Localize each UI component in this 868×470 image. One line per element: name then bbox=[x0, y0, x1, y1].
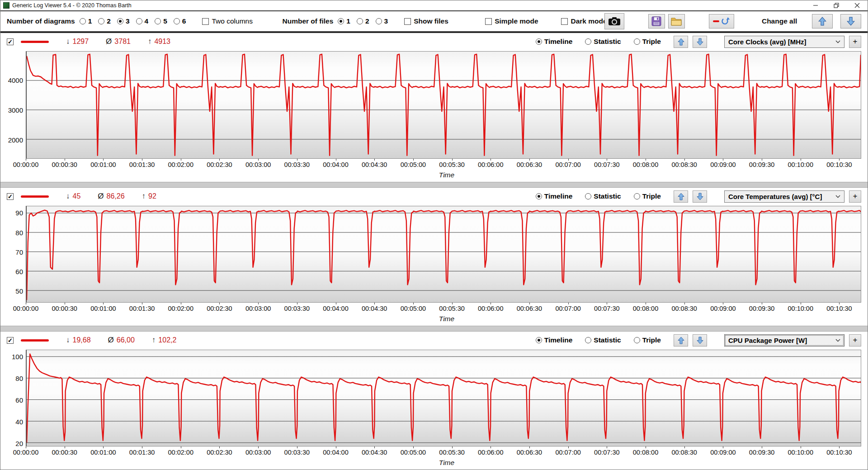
radio-view-statistic[interactable]: Statistic bbox=[585, 336, 621, 344]
radio-label: Triple bbox=[642, 38, 661, 46]
x-tick-mark bbox=[452, 446, 453, 448]
panel-splitter[interactable] bbox=[0, 326, 868, 332]
radio-files-2[interactable]: 2 bbox=[357, 17, 369, 25]
radio-label: Statistic bbox=[594, 336, 621, 344]
radio-label: 1 bbox=[88, 17, 92, 25]
radio-files-3[interactable]: 3 bbox=[376, 17, 388, 25]
series-visible-checkbox[interactable]: ✓ bbox=[7, 337, 14, 344]
series-visible-checkbox[interactable]: ✓ bbox=[7, 193, 14, 200]
x-tick-label: 00:10:00 bbox=[788, 305, 813, 312]
radio-icon bbox=[376, 18, 382, 24]
checkbox-icon bbox=[485, 18, 492, 25]
x-tick-label: 00:08:00 bbox=[633, 449, 658, 456]
x-tick-mark bbox=[65, 303, 65, 304]
open-folder-button[interactable] bbox=[668, 14, 684, 28]
chart-plot[interactable] bbox=[26, 206, 861, 303]
x-tick-label: 00:04:00 bbox=[323, 305, 348, 312]
x-tick-label: 00:01:30 bbox=[129, 305, 155, 312]
x-tick-label: 00:00:30 bbox=[52, 449, 77, 456]
radio-view-timeline[interactable]: Timeline bbox=[536, 38, 573, 46]
move-down-button[interactable] bbox=[693, 334, 707, 347]
move-up-button[interactable] bbox=[674, 334, 688, 347]
chart-plot[interactable] bbox=[26, 51, 861, 159]
radio-diagrams-5[interactable]: 5 bbox=[155, 17, 167, 25]
x-tick-mark bbox=[413, 159, 414, 161]
metric-select[interactable]: Core Clocks (avg) [MHz] bbox=[724, 36, 844, 48]
metric-select[interactable]: Core Temperatures (avg) [°C] bbox=[724, 190, 844, 203]
view-mode-radios: TimelineStatisticTriple bbox=[536, 38, 674, 46]
panel-splitter[interactable] bbox=[0, 182, 868, 188]
minimize-button[interactable] bbox=[805, 0, 826, 10]
radio-diagrams-4[interactable]: 4 bbox=[136, 17, 149, 25]
y-tick-label: 50 bbox=[15, 287, 23, 295]
radio-view-statistic[interactable]: Statistic bbox=[585, 192, 621, 200]
chevron-down-icon bbox=[835, 195, 840, 198]
series-color-icon bbox=[713, 20, 719, 22]
x-tick-label: 00:02:00 bbox=[168, 161, 193, 168]
toolbar: Number of diagrams 123456 Two columns Nu… bbox=[0, 11, 868, 33]
radio-diagrams-3[interactable]: 3 bbox=[117, 17, 130, 25]
radio-files-1[interactable]: 1 bbox=[338, 17, 350, 25]
time-axis-label: Time bbox=[26, 170, 868, 182]
x-tick-label: 00:06:30 bbox=[517, 161, 542, 168]
change-all-up-button[interactable] bbox=[812, 14, 833, 28]
radio-icon bbox=[536, 193, 542, 199]
move-down-button[interactable] bbox=[693, 190, 707, 203]
reset-color-button[interactable] bbox=[709, 14, 734, 28]
chart-plot[interactable] bbox=[26, 350, 861, 446]
show-files-checkbox[interactable]: Show files bbox=[404, 17, 448, 25]
radio-view-triple[interactable]: Triple bbox=[634, 336, 661, 344]
add-metric-button[interactable]: + bbox=[849, 190, 861, 203]
check-icon: ✓ bbox=[8, 39, 13, 45]
series-visible-checkbox[interactable]: ✓ bbox=[7, 38, 14, 45]
move-up-button[interactable] bbox=[674, 36, 688, 48]
radio-diagrams-2[interactable]: 2 bbox=[98, 17, 111, 25]
x-tick-mark bbox=[258, 159, 259, 161]
add-metric-button[interactable]: + bbox=[849, 334, 861, 347]
move-up-button[interactable] bbox=[674, 190, 688, 203]
x-tick-mark bbox=[103, 159, 104, 161]
screenshot-button[interactable] bbox=[604, 13, 624, 29]
radio-view-statistic[interactable]: Statistic bbox=[585, 38, 621, 46]
metric-select[interactable]: CPU Package Power [W] bbox=[724, 334, 844, 347]
app-icon bbox=[3, 2, 9, 9]
x-tick-mark bbox=[297, 159, 297, 161]
x-tick-mark bbox=[219, 446, 220, 448]
max-arrow-icon: ↑ bbox=[142, 192, 146, 201]
x-tick-label: 00:07:30 bbox=[594, 161, 619, 168]
radio-view-timeline[interactable]: Timeline bbox=[536, 336, 573, 344]
x-tick-label: 00:03:30 bbox=[284, 161, 310, 168]
move-down-button[interactable] bbox=[693, 36, 707, 48]
x-tick-mark bbox=[258, 446, 259, 448]
arrow-down-icon bbox=[697, 193, 703, 200]
radio-diagrams-1[interactable]: 1 bbox=[80, 17, 92, 25]
x-tick-label: 00:09:30 bbox=[749, 305, 774, 312]
window-title: Generic Log Viewer 5.4 - © 2020 Thomas B… bbox=[12, 2, 132, 9]
chart-panel-cpu-package-power: ✓ ↓19,68 Ø66,00 ↑102,2 TimelineStatistic… bbox=[0, 332, 868, 470]
add-metric-button[interactable]: + bbox=[849, 36, 861, 48]
radio-icon bbox=[117, 18, 123, 24]
radio-view-timeline[interactable]: Timeline bbox=[536, 192, 573, 200]
x-tick-mark bbox=[646, 159, 646, 161]
change-all-down-button[interactable] bbox=[840, 14, 861, 28]
simple-mode-checkbox[interactable]: Simple mode bbox=[485, 17, 538, 25]
dark-mode-checkbox[interactable]: Dark mode bbox=[561, 17, 607, 25]
two-columns-label: Two columns bbox=[212, 17, 252, 25]
radio-diagrams-6[interactable]: 6 bbox=[174, 17, 186, 25]
save-button[interactable] bbox=[648, 14, 665, 28]
restore-button[interactable] bbox=[826, 0, 847, 10]
x-tick-mark bbox=[491, 303, 491, 304]
stat-min: ↓19,68 bbox=[66, 336, 91, 345]
close-button[interactable] bbox=[847, 0, 868, 10]
camera-icon bbox=[608, 17, 621, 26]
x-tick-mark bbox=[452, 159, 453, 161]
two-columns-checkbox[interactable]: Two columns bbox=[202, 17, 252, 25]
radio-view-triple[interactable]: Triple bbox=[634, 38, 661, 46]
restore-icon bbox=[834, 3, 839, 8]
x-tick-label: 00:05:30 bbox=[439, 305, 464, 312]
y-tick-label: 80 bbox=[15, 228, 23, 236]
x-tick-mark bbox=[801, 159, 801, 161]
x-tick-mark bbox=[26, 303, 26, 304]
radio-view-triple[interactable]: Triple bbox=[634, 192, 661, 200]
y-axis-labels: 9080706050 bbox=[0, 206, 26, 303]
